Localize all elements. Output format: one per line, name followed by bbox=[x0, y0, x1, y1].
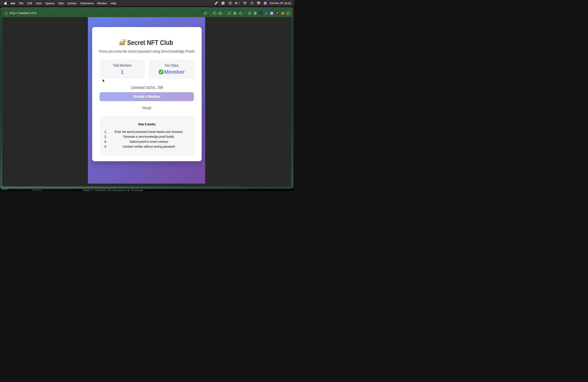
svg-text:L: L bbox=[260, 12, 261, 14]
